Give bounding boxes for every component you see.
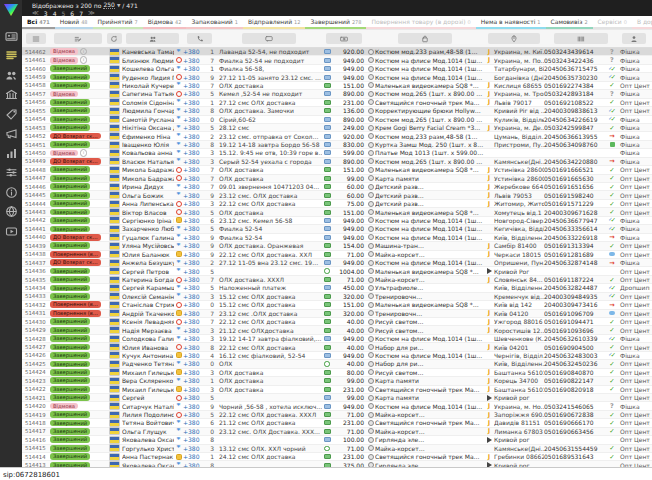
tab-8[interactable]: Повернення товару (в дорозі)0: [366, 16, 475, 29]
tracking-number[interactable]: 0501691313394: [544, 242, 606, 249]
info-icon[interactable]: i: [80, 149, 88, 157]
tab-1[interactable]: Всі471: [22, 16, 55, 29]
clients-column-icon[interactable]: [126, 33, 179, 44]
customer-name[interactable]: Захарченко Люба: [122, 225, 174, 232]
customer-phone[interactable]: +380: [183, 386, 206, 393]
customer-name[interactable]: Юлия Иванова: [122, 344, 174, 351]
customer-name[interactable]: Микола Бадражан: [122, 175, 174, 182]
customer-phone[interactable]: +380: [183, 301, 206, 308]
customer-phone[interactable]: +380: [183, 428, 206, 435]
customer-name[interactable]: Руденко Лидия Пав…: [122, 74, 174, 81]
customer-phone[interactable]: +380: [183, 369, 206, 376]
tracking-number[interactable]: 0501691571229: [544, 200, 606, 207]
sidebar-item-support-icon[interactable]: [5, 205, 18, 218]
customer-phone[interactable]: +380: [183, 217, 206, 224]
tab-11[interactable]: Сервіси0: [593, 16, 632, 29]
sidebar-item-clients-icon[interactable]: [5, 69, 18, 82]
customer-name[interactable]: Ольга Божик: [122, 192, 174, 199]
customer-phone[interactable]: +380: [183, 411, 206, 418]
page-size-value[interactable]: 250: [103, 1, 114, 9]
customer-phone[interactable]: +380: [183, 403, 206, 410]
customer-phone[interactable]: +380: [183, 225, 206, 232]
customer-name[interactable]: Кошелева Ольга Ар…: [122, 65, 174, 72]
tracking-number[interactable]: 20400309671628: [544, 209, 606, 216]
tracking-number[interactable]: 0501690672838: [544, 411, 606, 418]
customer-phone[interactable]: +380: [183, 166, 206, 173]
customer-name[interactable]: Олексій Семанін: [122, 293, 174, 300]
tracking-number[interactable]: 20450631554459: [544, 445, 606, 452]
customer-name[interactable]: Андрій Ткаченко: [122, 310, 174, 317]
customer-name[interactable]: Михаил Гилецький: [122, 386, 174, 393]
tab-7[interactable]: Завершений278: [305, 16, 366, 29]
tracking-number[interactable]: 20400309484935: [544, 293, 606, 300]
customer-phone[interactable]: +380: [183, 335, 206, 342]
customer-phone[interactable]: +380: [183, 200, 206, 207]
customer-phone[interactable]: +380: [183, 158, 206, 165]
tracking-number[interactable]: 20450636677947: [544, 217, 606, 224]
tracking-number[interactable]: 0501692274384: [544, 82, 606, 89]
tracking-number[interactable]: 20400309473416: [544, 301, 606, 308]
customer-name[interactable]: Власюк Наталья: [122, 158, 174, 165]
customer-phone[interactable]: +380: [183, 251, 206, 258]
customer-phone[interactable]: +380: [183, 234, 206, 241]
customer-name[interactable]: Станіслав Стрижак: [122, 301, 174, 308]
customer-name[interactable]: Сапегина Татьяна С…: [122, 90, 174, 97]
customer-phone[interactable]: +380: [183, 74, 206, 81]
phone-column-icon[interactable]: [187, 33, 212, 44]
tracking-number[interactable]: 0501691187224: [544, 276, 606, 283]
customer-name[interactable]: Каневська Тамара …: [122, 48, 174, 55]
tracking-number[interactable]: 0501690820918: [544, 386, 606, 393]
customer-name[interactable]: Нікітіна Оксана Дми…: [122, 124, 174, 131]
tracking-number[interactable]: 0503243439614: [544, 48, 606, 55]
customer-phone[interactable]: +380: [183, 293, 206, 300]
customer-name[interactable]: Кучук Антонина: [122, 352, 174, 359]
customer-name[interactable]: Уляна Мусійовська: [122, 242, 174, 249]
sidebar-item-settings-icon[interactable]: [5, 166, 18, 179]
customer-name[interactable]: Тетяна Войтович: [122, 419, 174, 426]
customer-name[interactable]: Людмила Гончарова: [122, 107, 174, 114]
tracking-number[interactable]: 20450632610339: [544, 335, 606, 342]
customer-phone[interactable]: +380: [183, 209, 206, 216]
tracking-number[interactable]: 0503242893184: [544, 90, 606, 97]
customer-phone[interactable]: +380: [183, 352, 206, 359]
tracking-number[interactable]: 0501689531643: [544, 453, 606, 460]
sidebar-item-statistics-icon[interactable]: [5, 147, 18, 160]
tracking-number[interactable]: 0501690822147: [544, 377, 606, 384]
customer-name[interactable]: Ксенія Левадняя: [122, 318, 174, 325]
tab-5[interactable]: Запакований1: [186, 16, 243, 29]
customer-phone[interactable]: +380: [183, 124, 206, 131]
customer-name[interactable]: Анна Липенська: [122, 200, 174, 207]
customer-phone[interactable]: +380: [183, 360, 206, 367]
tab-6[interactable]: Відправлений12: [243, 16, 306, 29]
customer-phone[interactable]: +380: [183, 268, 206, 275]
customer-phone[interactable]: +380: [183, 436, 206, 443]
customer-phone[interactable]: +380: [183, 284, 206, 291]
customer-name[interactable]: Ольга Глущук: [122, 428, 174, 435]
customer-name[interactable]: Єфименко Ніна: [122, 133, 174, 140]
customer-phone[interactable]: +380: [183, 242, 206, 249]
tracking-column-icon[interactable]: [554, 33, 608, 44]
customer-name[interactable]: Соломія Сідоніна: [122, 99, 174, 106]
sidebar-item-contacts-card-icon[interactable]: [5, 30, 18, 43]
customer-name[interactable]: Сергей Петров: [122, 268, 174, 275]
customer-phone[interactable]: +380: [183, 149, 206, 156]
info-icon[interactable]: i: [80, 48, 88, 55]
tracking-number[interactable]: 0501691094471: [544, 318, 606, 325]
customer-phone[interactable]: +380: [183, 57, 206, 64]
customer-name[interactable]: Николай Кучеренко: [122, 82, 174, 89]
tab-12[interactable]: В дорозі додому0: [632, 16, 652, 29]
customer-phone[interactable]: +380: [183, 183, 206, 190]
refresh-column-icon[interactable]: [107, 33, 122, 44]
tracking-number[interactable]: 0501691666521: [544, 166, 606, 173]
tab-4[interactable]: Відмова42: [143, 16, 187, 29]
tracking-number[interactable]: 0501691665630: [544, 175, 606, 182]
customer-phone[interactable]: +380: [183, 133, 206, 140]
customer-name[interactable]: Лилия Подолинская: [122, 411, 174, 418]
tracking-number[interactable]: 20450635730230: [544, 74, 606, 81]
customer-name[interactable]: Ирина Дидух: [122, 183, 174, 190]
customer-phone[interactable]: +380: [183, 327, 206, 334]
sidebar-item-companies-icon[interactable]: [5, 88, 18, 101]
customer-name[interactable]: Надія Мерзаєва: [122, 327, 174, 334]
tracking-number[interactable]: 20400309838613: [544, 107, 606, 114]
tracking-number[interactable]: 20450632450236: [544, 360, 606, 367]
